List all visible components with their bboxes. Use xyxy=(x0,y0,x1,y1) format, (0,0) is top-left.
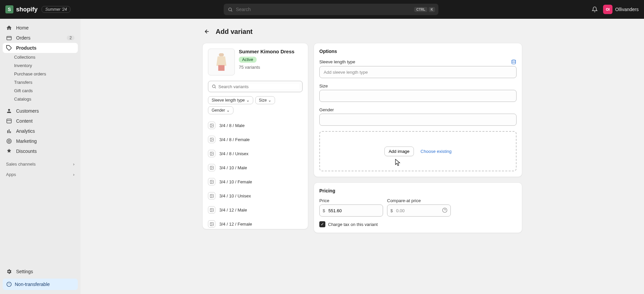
variant-row[interactable]: 3/4 / 10 / Unisex xyxy=(203,189,308,203)
svg-point-19 xyxy=(211,138,211,139)
nav-collections[interactable]: Collections xyxy=(3,53,78,61)
nav-customers[interactable]: Customers xyxy=(3,106,78,116)
variant-label: 3/4 / 12 / Female xyxy=(219,222,252,227)
variant-row[interactable]: 3/4 / 8 / Unisex xyxy=(203,146,308,161)
variant-count: 75 variants xyxy=(239,65,294,70)
nav-analytics[interactable]: Analytics xyxy=(3,126,78,136)
checkbox-checked-icon[interactable]: ✓ xyxy=(319,221,325,227)
nav-sales-channels[interactable]: Sales channels › xyxy=(3,159,78,169)
price-label: Price xyxy=(319,198,383,203)
image-placeholder-icon xyxy=(208,122,215,129)
add-image-button[interactable]: Add image xyxy=(384,146,414,156)
compare-label: Compare-at price xyxy=(387,198,451,203)
orders-count: 2 xyxy=(67,36,74,40)
nav-transfers[interactable]: Transfers xyxy=(3,78,78,86)
avatar: Ol xyxy=(603,5,612,14)
non-transferable-badge[interactable]: Non-transferable xyxy=(3,279,78,290)
svg-point-21 xyxy=(211,153,211,153)
variant-row[interactable]: 3/4 / 10 / Female xyxy=(203,175,308,189)
nav-marketing[interactable]: Marketing xyxy=(3,136,78,146)
kbd-k: K xyxy=(429,7,435,12)
variant-row[interactable]: 3/4 / 12 / Male xyxy=(203,203,308,217)
search-variants[interactable] xyxy=(208,81,303,92)
choose-existing-link[interactable]: Choose existing xyxy=(421,149,452,154)
tax-label: Charge tax on this variant xyxy=(328,222,378,227)
variant-row[interactable]: 3/4 / 8 / Male xyxy=(203,118,308,132)
pricing-title: Pricing xyxy=(319,188,517,193)
variant-row[interactable]: 3/4 / 8 / Female xyxy=(203,132,308,146)
product-image[interactable] xyxy=(208,49,235,75)
customers-icon xyxy=(6,108,12,114)
nav-inventory[interactable]: Inventory xyxy=(3,61,78,70)
svg-point-27 xyxy=(211,195,211,195)
back-button[interactable] xyxy=(202,27,212,36)
image-placeholder-icon xyxy=(208,136,215,143)
tax-checkbox-row[interactable]: ✓ Charge tax on this variant xyxy=(319,221,517,227)
sleeve-input[interactable] xyxy=(319,66,517,78)
home-icon xyxy=(6,25,12,31)
variant-list[interactable]: 3/4 / 8 / Male3/4 / 8 / Female3/4 / 8 / … xyxy=(203,118,308,229)
global-search[interactable]: CTRL K xyxy=(224,4,438,15)
page-title: Add variant xyxy=(216,28,253,36)
pricing-card: Pricing Price $ Compare-at price xyxy=(314,182,522,233)
svg-point-7 xyxy=(8,140,10,142)
chevron-right-icon: › xyxy=(73,172,74,177)
size-input[interactable] xyxy=(319,90,517,102)
svg-line-1 xyxy=(231,10,232,11)
svg-rect-12 xyxy=(219,53,224,56)
svg-point-0 xyxy=(228,8,231,11)
search-variants-input[interactable] xyxy=(218,84,299,89)
variant-row[interactable]: 3/4 / 10 / Male xyxy=(203,161,308,175)
image-placeholder-icon xyxy=(208,178,215,185)
nav-discounts[interactable]: Discounts xyxy=(3,146,78,156)
status-badge: Active xyxy=(239,57,257,63)
currency-symbol: $ xyxy=(390,208,393,213)
nav-purchase-orders[interactable]: Purchase orders xyxy=(3,70,78,78)
options-card: Options Sleeve length type Size xyxy=(314,43,522,177)
main-content: Add variant Summer Kimono Dress Active xyxy=(80,19,644,294)
image-placeholder-icon xyxy=(208,192,215,199)
nav-gift-cards[interactable]: Gift cards xyxy=(3,86,78,95)
user-menu[interactable]: Ol Ollivanders xyxy=(603,5,639,14)
svg-point-17 xyxy=(211,124,211,125)
marketing-icon xyxy=(6,138,12,144)
chevron-down-icon: ⌄ xyxy=(226,108,230,113)
image-dropzone[interactable]: Add image Choose existing xyxy=(319,131,517,171)
compare-input[interactable] xyxy=(387,204,451,217)
price-input[interactable] xyxy=(319,204,383,217)
filter-size[interactable]: Size⌄ xyxy=(255,96,275,104)
sidebar: Home Orders 2 Products Collections Inven… xyxy=(0,19,80,294)
svg-point-29 xyxy=(211,209,211,210)
nav-home[interactable]: Home xyxy=(3,23,78,33)
nav-orders[interactable]: Orders 2 xyxy=(3,33,78,43)
kbd-ctrl: CTRL xyxy=(414,7,427,12)
svg-rect-4 xyxy=(7,119,11,123)
variant-label: 3/4 / 10 / Unisex xyxy=(219,193,251,198)
nav-catalogs[interactable]: Catalogs xyxy=(3,95,78,103)
gear-icon xyxy=(6,269,12,275)
orders-icon xyxy=(6,35,12,41)
filter-sleeve[interactable]: Sleeve length type⌄ xyxy=(208,96,253,104)
database-icon[interactable] xyxy=(511,59,517,65)
nav-settings[interactable]: Settings xyxy=(3,267,78,277)
variant-label: 3/4 / 8 / Male xyxy=(219,123,245,128)
chevron-down-icon: ⌄ xyxy=(246,98,250,103)
currency-symbol: $ xyxy=(323,208,325,213)
product-name: Summer Kimono Dress xyxy=(239,49,294,54)
nav-apps[interactable]: Apps › xyxy=(3,169,78,180)
help-icon[interactable] xyxy=(442,208,448,214)
nav-content[interactable]: Content xyxy=(3,116,78,126)
options-title: Options xyxy=(319,49,517,54)
chevron-down-icon: ⌄ xyxy=(268,98,271,103)
filter-gender[interactable]: Gender⌄ xyxy=(208,106,233,114)
variant-label: 3/4 / 10 / Male xyxy=(219,165,247,170)
content-icon xyxy=(6,118,12,124)
svg-rect-13 xyxy=(218,65,225,71)
logo[interactable]: S shopify xyxy=(5,5,38,13)
gender-input[interactable] xyxy=(319,114,517,126)
nav-products[interactable]: Products xyxy=(3,43,78,53)
variant-row[interactable]: 3/4 / 12 / Female xyxy=(203,217,308,229)
variant-label: 3/4 / 8 / Unisex xyxy=(219,151,249,156)
notifications-icon[interactable] xyxy=(592,6,598,12)
search-input[interactable] xyxy=(236,7,412,12)
